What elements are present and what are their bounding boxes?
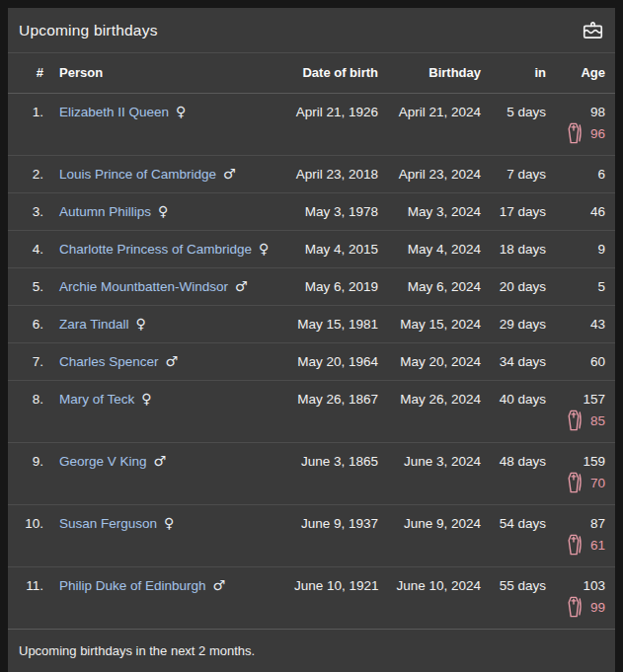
column-header-num: # [8,53,49,93]
age-cell: 46 [546,192,615,230]
column-header-in: in [481,53,546,93]
person-link[interactable]: George V King [59,454,147,469]
age-cell: 5 [546,267,615,305]
days-until: 34 days [481,342,546,380]
column-header-birthday: Birthday [378,53,481,93]
age-cell: 9 [546,230,615,267]
person-cell: Louis Prince of Cambridge♂ [49,155,294,192]
coffin-icon [566,596,584,618]
date-of-birth: May 26, 1867 [294,380,378,442]
age-value: 159 [546,453,605,470]
age-value: 60 [546,353,605,370]
age-value: 98 [546,104,605,120]
death-age-row: 96 [546,122,605,145]
age-value: 87 [546,515,605,532]
upcoming-birthdays-card: Upcoming birthdays # Person Date of birt… [8,8,615,672]
column-header-dob: Date of birth [294,53,378,93]
person-link[interactable]: Elizabeth II Queen [59,105,169,119]
death-age-value: 99 [590,599,605,616]
row-number: 9. [8,442,49,504]
days-until: 55 days [481,566,546,629]
age-value: 103 [546,577,605,594]
birthday-date: June 10, 2024 [378,566,481,629]
person-link[interactable]: Louis Prince of Cambridge [59,167,216,182]
days-until: 7 days [481,155,546,192]
table-row: 3. Autumn Phillips♀ May 3, 1978 May 3, 2… [8,192,615,230]
death-age-row: 99 [546,596,605,619]
age-cell: 103 99 [546,566,615,629]
birthday-date: May 6, 2024 [378,267,481,305]
person-cell: Philip Duke of Edinburgh♂ [49,566,294,629]
date-of-birth: June 9, 1937 [294,504,378,566]
person-cell: Elizabeth II Queen♀ [49,93,294,155]
person-link[interactable]: Susan Ferguson [59,516,157,531]
person-cell: Charlotte Princess of Cambridge♀ [49,230,294,267]
person-cell: Archie Mountbatten-Windsor♂ [49,267,294,305]
birthday-date: April 21, 2024 [378,93,481,155]
person-link[interactable]: Philip Duke of Edinburgh [59,578,206,593]
days-until: 5 days [481,93,546,155]
age-cell: 98 96 [546,93,615,155]
coffin-icon [566,472,584,493]
person-link[interactable]: Zara Tindall [59,317,129,332]
table-header: # Person Date of birth Birthday in Age [8,53,615,93]
table-row: 11. Philip Duke of Edinburgh♂ June 10, 1… [8,566,615,629]
days-until: 29 days [481,305,546,342]
birthday-date: June 9, 2024 [378,504,481,566]
row-number: 8. [8,380,49,442]
age-value: 46 [546,203,605,220]
person-link[interactable]: Archie Mountbatten-Windsor [59,279,228,294]
death-age-row: 70 [546,472,605,494]
card-title: Upcoming birthdays [19,22,158,39]
row-number: 7. [8,342,49,380]
death-age-row: 61 [546,534,605,557]
column-header-person: Person [49,53,294,93]
person-cell: Susan Ferguson♀ [49,504,294,566]
table-row: 4. Charlotte Princess of Cambridge♀ May … [8,230,615,267]
table-row: 7. Charles Spencer♂ May 20, 1964 May 20,… [8,342,615,380]
person-link[interactable]: Charles Spencer [59,354,159,369]
female-icon: ♀ [164,515,174,531]
coffin-icon [566,410,584,431]
age-cell: 87 61 [546,504,615,566]
date-of-birth: June 10, 1921 [294,566,378,629]
person-cell: Mary of Teck♀ [49,380,294,442]
row-number: 5. [8,267,49,305]
age-cell: 60 [546,342,615,380]
person-cell: George V King♂ [49,442,294,504]
card-title-bar: Upcoming birthdays [8,8,615,53]
date-of-birth: May 6, 2019 [294,267,378,305]
birthdays-table: # Person Date of birth Birthday in Age 1… [8,53,615,629]
death-age-value: 96 [590,125,605,142]
date-of-birth: June 3, 1865 [294,442,378,504]
date-of-birth: May 4, 2015 [294,230,378,267]
age-cell: 159 70 [546,442,615,504]
date-of-birth: May 3, 1978 [294,192,378,230]
death-age-value: 61 [590,537,605,554]
person-link[interactable]: Autumn Phillips [59,204,151,219]
person-cell: Zara Tindall♀ [49,305,294,342]
row-number: 2. [8,155,49,192]
birthday-date: June 3, 2024 [378,442,481,504]
person-link[interactable]: Mary of Teck [59,392,134,407]
date-of-birth: May 20, 1964 [294,342,378,380]
days-until: 48 days [481,442,546,504]
male-icon: ♂ [166,353,179,369]
days-until: 17 days [481,192,546,230]
date-of-birth: April 23, 2018 [294,155,378,192]
person-link[interactable]: Charlotte Princess of Cambridge [59,242,252,257]
birthday-date: May 15, 2024 [378,305,481,342]
age-cell: 6 [546,155,615,192]
person-cell: Autumn Phillips♀ [49,192,294,230]
coffin-icon [566,122,584,144]
days-until: 20 days [481,267,546,305]
female-icon: ♀ [158,203,168,219]
age-value: 43 [546,316,605,333]
age-value: 9 [546,241,605,258]
coffin-icon [566,534,584,556]
row-number: 1. [8,93,49,155]
days-until: 18 days [481,230,546,267]
birthday-date: April 23, 2024 [378,155,481,192]
table-row: 2. Louis Prince of Cambridge♂ April 23, … [8,155,615,192]
column-header-age: Age [546,53,615,93]
